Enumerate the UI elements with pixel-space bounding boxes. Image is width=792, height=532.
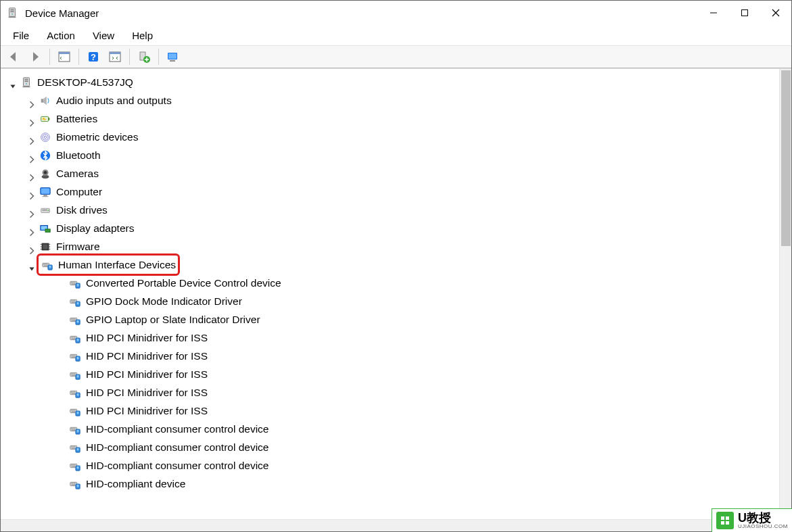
tree-device-label: HID PCI Minidriver for ISS	[86, 383, 208, 402]
tree-category[interactable]: Biometric devices	[7, 128, 779, 146]
toolbar-show-hide-tree-button[interactable]	[55, 48, 73, 66]
tree-device-label: HID-compliant consumer control device	[86, 420, 269, 438]
tree-category[interactable]: Computer	[7, 183, 779, 201]
tree-category[interactable]: Human Interface Devices	[7, 256, 779, 274]
expand-arrow-icon[interactable]	[28, 205, 37, 215]
display-icon	[39, 222, 52, 235]
tree-device-label: HID-compliant device	[86, 475, 185, 493]
computer-icon	[20, 76, 33, 89]
tree-device[interactable]: HID-compliant consumer control device	[7, 438, 779, 456]
toolbar-separator	[78, 49, 79, 65]
watermark-url: UJIAOSHOU.COM	[738, 524, 788, 529]
tree-device-label: HID PCI Minidriver for ISS	[86, 347, 208, 365]
tree-category-label: Firmware	[56, 237, 100, 256]
tree-device-label: Converted Portable Device Control device	[86, 274, 281, 292]
expand-arrow-icon[interactable]	[28, 114, 37, 124]
expand-arrow-icon[interactable]	[28, 242, 37, 251]
svg-rect-57	[726, 521, 729, 525]
tree-category-label: Display adapters	[56, 219, 134, 237]
tree-device[interactable]: HID PCI Minidriver for ISS	[7, 347, 779, 365]
tree-category[interactable]: Audio inputs and outputs	[7, 91, 779, 110]
app-icon	[6, 7, 18, 19]
tree-device[interactable]: HID PCI Minidriver for ISS	[7, 365, 779, 383]
tree-category[interactable]: Batteries	[7, 110, 779, 128]
expand-arrow-icon[interactable]	[28, 169, 37, 178]
menu-help[interactable]: Help	[124, 27, 161, 44]
tree-device[interactable]: HID PCI Minidriver for ISS	[7, 402, 779, 420]
tree-category-label: Computer	[56, 183, 102, 201]
device-tree[interactable]: DESKTOP-4L537JQ Audio inputs and outputs…	[1, 69, 779, 519]
monitor-icon	[39, 185, 52, 199]
vertical-scrollbar[interactable]	[779, 69, 791, 519]
menu-bar: File Action View Help	[1, 25, 791, 45]
hid-icon	[68, 349, 82, 363]
title-bar: Device Manager	[1, 1, 791, 25]
hid-icon	[68, 404, 82, 418]
hid-icon	[41, 258, 54, 272]
tree-category-label: Biometric devices	[56, 128, 138, 146]
speaker-icon	[39, 94, 52, 107]
expand-arrow-icon[interactable]	[9, 78, 18, 87]
hid-icon	[68, 295, 82, 308]
close-button[interactable]	[760, 2, 791, 24]
tree-category[interactable]: Disk drives	[7, 201, 779, 219]
hid-icon	[68, 276, 82, 290]
scrollbar-thumb[interactable]	[781, 70, 791, 246]
tree-device-label: GPIO Laptop or Slate Indicator Driver	[86, 310, 260, 329]
tree-device[interactable]: HID-compliant consumer control device	[7, 456, 779, 475]
toolbar-back-button[interactable]	[5, 48, 22, 66]
tree-category-label: Human Interface Devices	[58, 256, 176, 274]
tree-category-label: Bluetooth	[56, 146, 101, 164]
tree-category[interactable]: Bluetooth	[7, 146, 779, 164]
tree-device[interactable]: Converted Portable Device Control device	[7, 274, 779, 292]
tree-category-label: Cameras	[56, 164, 99, 183]
watermark-icon	[716, 512, 734, 529]
expand-arrow-icon[interactable]	[28, 260, 37, 270]
chip-icon	[39, 240, 52, 253]
tree-category[interactable]: Cameras	[7, 164, 779, 183]
tree-device-label: HID PCI Minidriver for ISS	[86, 329, 208, 347]
maximize-button[interactable]	[729, 2, 760, 24]
tree-category[interactable]: Display adapters	[7, 219, 779, 237]
hid-icon	[68, 477, 82, 491]
camera-icon	[39, 167, 52, 180]
watermark: U教授 UJIAOSHOU.COM	[712, 508, 792, 532]
tree-device[interactable]: HID PCI Minidriver for ISS	[7, 329, 779, 347]
expand-arrow-icon[interactable]	[28, 187, 37, 197]
tree-device-label: HID PCI Minidriver for ISS	[86, 402, 208, 420]
hid-icon	[68, 368, 82, 381]
minimize-button[interactable]	[698, 2, 729, 24]
expand-arrow-icon[interactable]	[28, 151, 37, 160]
bluetooth-icon	[39, 149, 52, 162]
toolbar	[1, 45, 791, 68]
disk-icon	[39, 203, 52, 217]
svg-rect-54	[721, 516, 724, 520]
tree-root-label: DESKTOP-4L537JQ	[37, 73, 133, 91]
watermark-brand: U教授	[738, 512, 788, 524]
expand-arrow-icon[interactable]	[28, 96, 37, 105]
toolbar-help-button[interactable]	[85, 48, 102, 66]
expand-arrow-icon[interactable]	[28, 224, 37, 233]
toolbar-forward-button[interactable]	[26, 48, 44, 66]
menu-action[interactable]: Action	[39, 27, 83, 44]
toolbar-remote-button[interactable]	[164, 48, 182, 66]
toolbar-separator	[129, 49, 130, 65]
tree-device-label: GPIO Dock Mode Indicator Driver	[86, 292, 242, 310]
fingerprint-icon	[39, 130, 52, 144]
menu-file[interactable]: File	[5, 27, 37, 44]
tree-device[interactable]: GPIO Laptop or Slate Indicator Driver	[7, 310, 779, 329]
tree-device[interactable]: HID-compliant consumer control device	[7, 420, 779, 438]
tree-root[interactable]: DESKTOP-4L537JQ	[7, 73, 779, 91]
tree-device[interactable]: HID-compliant device	[7, 475, 779, 493]
hid-icon	[68, 422, 82, 436]
toolbar-add-hardware-button[interactable]	[135, 48, 153, 66]
expand-arrow-icon[interactable]	[28, 132, 37, 142]
menu-view[interactable]: View	[85, 27, 122, 44]
tree-device[interactable]: HID PCI Minidriver for ISS	[7, 383, 779, 402]
toolbar-scan-button[interactable]	[106, 48, 124, 66]
horizontal-scrollbar[interactable]	[1, 519, 791, 531]
tree-category[interactable]: Firmware	[7, 237, 779, 256]
tree-device-label: HID PCI Minidriver for ISS	[86, 365, 208, 383]
tree-category-label: Audio inputs and outputs	[56, 91, 172, 110]
tree-device[interactable]: GPIO Dock Mode Indicator Driver	[7, 292, 779, 310]
